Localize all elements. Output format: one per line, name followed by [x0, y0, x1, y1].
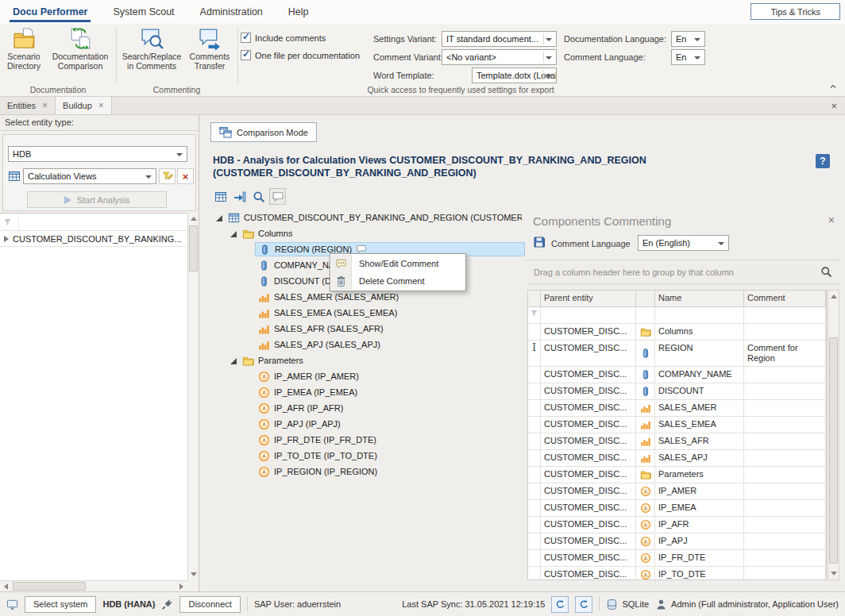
expander-icon[interactable] — [228, 228, 239, 239]
table-row[interactable]: CUSTOMER_DISC... IP_AMER — [528, 483, 826, 500]
tab-buildup[interactable]: Buildup × — [56, 97, 112, 114]
system-select[interactable]: HDB — [8, 146, 187, 162]
transfer-analysis-button[interactable] — [231, 188, 248, 205]
filter-edit-button[interactable] — [159, 168, 176, 184]
scroll-up-icon[interactable] — [831, 295, 837, 298]
scroll-up-icon[interactable] — [191, 217, 197, 221]
tree-node-parameters[interactable]: Parameters — [201, 352, 525, 368]
word-template-select[interactable]: Template.dotx (Local) — [472, 67, 557, 83]
comment-toggle-button[interactable] — [269, 188, 286, 205]
menu-item-system-scout[interactable]: System Scout — [100, 0, 187, 24]
tree-node-ip-apj[interactable]: IP_APJ (IP_APJ) — [201, 416, 525, 432]
tree-node-ip-region[interactable]: IP_REGION (IP_REGION) — [201, 464, 525, 479]
scroll-down-icon[interactable] — [191, 572, 197, 576]
scroll-thumb[interactable] — [829, 337, 838, 564]
clear-filter-button[interactable]: × — [177, 168, 194, 184]
column-header-parent-entity[interactable]: Parent entity — [541, 291, 636, 307]
table-row[interactable]: CUSTOMER_DISC... SALES_AFR — [528, 433, 826, 450]
documentation-comparison-button[interactable]: Documentation Comparison — [48, 27, 113, 71]
table-row[interactable]: CUSTOMER_DISC... SALES_APJ — [528, 450, 826, 467]
table-row[interactable]: CUSTOMER_DISC... DISCOUNT — [528, 383, 826, 400]
tree-node-columns[interactable]: Columns — [201, 225, 525, 241]
expander-icon[interactable] — [228, 355, 239, 366]
menu-item-administration[interactable]: Administration — [187, 0, 276, 24]
entity-row[interactable]: CUSTOMER_DISCOUNT_BY_RANKING... — [0, 231, 187, 247]
column-icon — [640, 386, 651, 397]
column-header-comment[interactable]: Comment — [744, 291, 826, 307]
include-comments-checkbox[interactable]: Include comments — [241, 33, 326, 43]
menu-item-delete-comment[interactable]: Delete Comment — [331, 272, 465, 290]
tree-node-ip-afr[interactable]: IP_AFR (IP_AFR) — [201, 400, 525, 416]
entity-type-select[interactable]: Calculation Views — [23, 168, 156, 184]
table-row[interactable]: CUSTOMER_DISC... IP_AFR — [528, 517, 826, 533]
close-tab-icon[interactable]: × — [98, 101, 104, 110]
close-tab-icon[interactable]: × — [42, 101, 48, 110]
table-row[interactable]: CUSTOMER_DISC... IP_APJ — [528, 533, 826, 550]
table-row[interactable]: CUSTOMER_DISC... COMPANY_NAME — [528, 367, 826, 383]
menu-item-help[interactable]: Help — [276, 0, 322, 24]
panel-comment-language-select[interactable]: En (English) — [638, 235, 729, 251]
help-button[interactable]: ? — [816, 154, 830, 168]
expander-icon[interactable] — [214, 212, 225, 223]
scenario-directory-button[interactable]: Scenario Directory — [2, 27, 46, 71]
scroll-right-icon[interactable] — [179, 583, 183, 590]
table-row[interactable]: CUSTOMER_DISC... SALES_AMER — [528, 400, 826, 417]
table-row[interactable]: CUSTOMER_DISC... Parameters — [528, 467, 826, 483]
close-document-button[interactable]: × — [823, 97, 845, 114]
expand-row-icon[interactable] — [4, 236, 9, 242]
search-replace-in-comments-button[interactable]: Search/Replace in Comments — [121, 27, 183, 71]
documentation-language-select[interactable]: En — [671, 31, 705, 47]
save-comment-icon[interactable] — [533, 236, 546, 248]
start-analysis-button[interactable]: Start Analysis — [27, 191, 167, 208]
left-panel-vscrollbar[interactable] — [187, 213, 199, 580]
tree-node-ip-fr-dte[interactable]: IP_FR_DTE (IP_FR_DTE) — [201, 432, 525, 448]
clear-filter-icon: × — [183, 171, 189, 182]
database-indicator: SQLite — [606, 599, 649, 610]
table-row[interactable]: CUSTOMER_DISC... IP_FR_DTE — [528, 550, 826, 567]
table-row[interactable]: I CUSTOMER_DISC... REGION Comment for Re… — [528, 341, 826, 367]
tree-node-sales-emea[interactable]: SALES_EMEA (SALES_EMEA) — [201, 305, 525, 321]
sync-settings-button[interactable] — [575, 596, 592, 613]
sync-now-button[interactable] — [551, 596, 569, 613]
comments-table-vscrollbar[interactable] — [828, 290, 839, 580]
table-row[interactable]: CUSTOMER_DISC... Columns — [528, 324, 826, 341]
search-analysis-button[interactable] — [250, 188, 267, 205]
disconnect-button[interactable]: Disconnect — [179, 596, 240, 613]
tree-node-ip-to-dte[interactable]: IP_TO_DTE (IP_TO_DTE) — [201, 448, 525, 464]
settings-variant-select[interactable]: IT standard document... — [442, 31, 557, 47]
menu-item-show-edit-comment[interactable]: Show/Edit Comment — [331, 255, 465, 272]
tree-node-sales-apj[interactable]: SALES_APJ (SALES_APJ) — [201, 337, 525, 352]
tab-entities[interactable]: Entities × — [0, 97, 56, 114]
scroll-down-icon[interactable] — [831, 572, 837, 576]
left-panel-hscrollbar[interactable] — [0, 580, 187, 591]
scroll-left-icon[interactable] — [4, 583, 8, 590]
ribbon-collapse-button[interactable] — [826, 80, 840, 93]
tree-node-root[interactable]: CUSTOMER_DISCOUNT_BY_RANKING_AND_REGION … — [201, 210, 525, 225]
export-analysis-button[interactable] — [212, 188, 229, 205]
comments-transfer-button[interactable]: Comments Transfer — [185, 27, 234, 71]
menu-item-docu-performer[interactable]: Docu Performer — [0, 0, 100, 24]
tips-and-tricks-button[interactable]: Tips & Tricks — [750, 3, 840, 20]
view-icon — [228, 212, 240, 224]
comment-language-select[interactable]: En — [671, 49, 705, 65]
table-row[interactable]: CUSTOMER_DISC... SALES_EMEA — [528, 417, 826, 433]
table-row[interactable]: CUSTOMER_DISC... IP_EMEA — [528, 500, 826, 517]
tree-node-sales-afr[interactable]: SALES_AFR (SALES_AFR) — [201, 321, 525, 337]
group-by-area[interactable]: Drag a column header here to group by th… — [527, 260, 839, 284]
grid-filter-row[interactable] — [0, 214, 187, 231]
close-panel-button[interactable]: × — [828, 214, 835, 226]
comment-variant-select[interactable]: <No variant> — [442, 49, 557, 65]
one-file-per-documentation-checkbox[interactable]: One file per documentation — [241, 50, 360, 60]
tree-node-sales-amer[interactable]: SALES_AMER (SALES_AMER) — [201, 289, 525, 305]
comparison-mode-button[interactable]: Comparison Mode — [210, 122, 317, 142]
table-row[interactable]: CUSTOMER_DISC... IP_TO_DTE — [528, 567, 826, 580]
column-header-name[interactable]: Name — [655, 291, 744, 307]
table-filter-row[interactable] — [528, 307, 826, 324]
select-system-button[interactable]: Select system — [25, 596, 96, 613]
group-label-quick-access: Quick access to frequently used settings… — [238, 85, 683, 94]
scroll-thumb[interactable] — [13, 582, 86, 591]
tree-node-ip-amer[interactable]: IP_AMER (IP_AMER) — [201, 368, 525, 384]
scroll-thumb[interactable] — [189, 225, 198, 271]
search-icon[interactable] — [820, 266, 832, 278]
tree-node-ip-emea[interactable]: IP_EMEA (IP_EMEA) — [201, 384, 525, 400]
